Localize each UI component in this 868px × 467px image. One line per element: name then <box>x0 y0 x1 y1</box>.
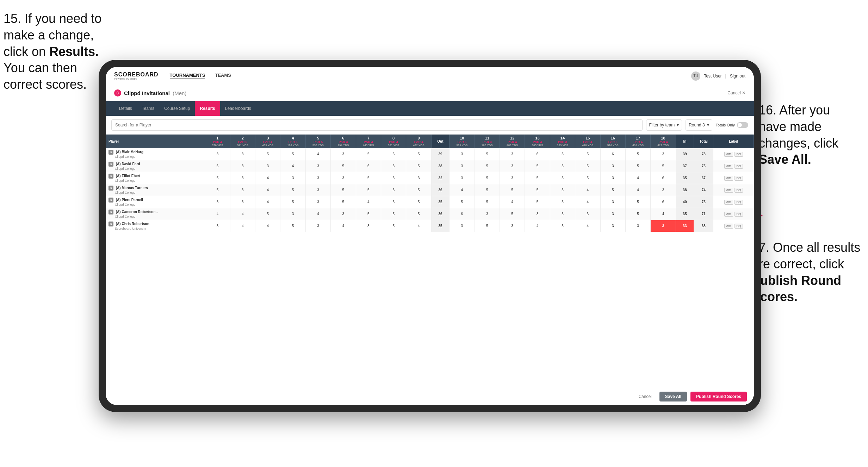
hole-15-score[interactable]: 4 <box>575 220 600 232</box>
hole-3-score[interactable]: 5 <box>255 208 280 220</box>
hole-12-score[interactable]: 4 <box>500 196 525 208</box>
hole-8-score[interactable]: 5 <box>381 208 406 220</box>
hole-14-score[interactable]: 3 <box>550 220 575 232</box>
hole-17-score[interactable]: 4 <box>625 172 650 184</box>
hole-13-score[interactable]: 3 <box>525 208 550 220</box>
dq-button[interactable]: DQ <box>734 188 743 193</box>
hole-15-score[interactable]: 4 <box>575 196 600 208</box>
dq-button[interactable]: DQ <box>734 212 743 217</box>
hole-1-score[interactable]: 5 <box>205 172 230 184</box>
sign-out-link[interactable]: Sign out <box>730 74 745 79</box>
hole-7-score[interactable]: 3 <box>356 220 381 232</box>
hole-10-score[interactable]: 3 <box>450 160 475 172</box>
hole-16-score[interactable]: 3 <box>600 160 625 172</box>
hole-5-score[interactable]: 3 <box>305 220 330 232</box>
scores-table-wrapper[interactable]: Player 1PAR 4370 YDS 2PAR 5511 YDS 3PAR … <box>106 135 754 388</box>
hole-8-score[interactable]: 3 <box>381 160 406 172</box>
hole-3-score[interactable]: 5 <box>255 148 280 160</box>
hole-8-score[interactable]: 3 <box>381 196 406 208</box>
wd-button[interactable]: WD <box>724 176 733 181</box>
hole-18-score[interactable]: 4 <box>651 208 676 220</box>
hole-18-score[interactable]: 3 <box>651 184 676 196</box>
hole-12-score[interactable]: 3 <box>500 172 525 184</box>
hole-3-score[interactable]: 4 <box>255 184 280 196</box>
hole-12-score[interactable]: 5 <box>500 208 525 220</box>
hole-4-score[interactable]: 3 <box>280 172 305 184</box>
tab-results[interactable]: Results <box>195 101 220 116</box>
dq-button[interactable]: DQ <box>734 200 743 205</box>
hole-14-score[interactable]: 3 <box>550 196 575 208</box>
hole-13-score[interactable]: 5 <box>525 184 550 196</box>
toggle-switch[interactable] <box>737 122 748 128</box>
hole-18-score[interactable]: 5 <box>651 160 676 172</box>
hole-6-score[interactable]: 5 <box>331 196 356 208</box>
hole-12-score[interactable]: 3 <box>500 148 525 160</box>
wd-button[interactable]: WD <box>724 188 733 193</box>
hole-16-score[interactable]: 6 <box>600 148 625 160</box>
hole-1-score[interactable]: 6 <box>205 160 230 172</box>
hole-11-score[interactable]: 5 <box>475 148 500 160</box>
filter-team-dropdown[interactable]: Filter by team ▾ <box>646 119 682 131</box>
hole-11-score[interactable]: 5 <box>475 220 500 232</box>
hole-10-score[interactable]: 3 <box>450 172 475 184</box>
hole-9-score[interactable]: 5 <box>406 148 431 160</box>
publish-round-button[interactable]: Publish Round Scores <box>690 392 747 401</box>
hole-14-score[interactable]: 5 <box>550 208 575 220</box>
hole-2-score[interactable]: 3 <box>230 184 255 196</box>
hole-7-score[interactable]: 5 <box>356 184 381 196</box>
tab-leaderboards[interactable]: Leaderboards <box>220 101 256 116</box>
hole-12-score[interactable]: 3 <box>500 160 525 172</box>
hole-8-score[interactable]: 3 <box>381 172 406 184</box>
hole-7-score[interactable]: 5 <box>356 172 381 184</box>
hole-4-score[interactable]: 5 <box>280 148 305 160</box>
hole-13-score[interactable]: 5 <box>525 172 550 184</box>
hole-8-score[interactable]: 5 <box>381 220 406 232</box>
cancel-header-btn[interactable]: Cancel ✕ <box>727 91 745 95</box>
hole-10-score[interactable]: 3 <box>450 148 475 160</box>
hole-17-score[interactable]: 4 <box>625 184 650 196</box>
hole-9-score[interactable]: 3 <box>406 172 431 184</box>
hole-18-score[interactable]: 6 <box>651 172 676 184</box>
hole-4-score[interactable]: 5 <box>280 196 305 208</box>
hole-12-score[interactable]: 5 <box>500 184 525 196</box>
hole-15-score[interactable]: 3 <box>575 208 600 220</box>
dq-button[interactable]: DQ <box>734 224 743 229</box>
save-all-button[interactable]: Save All <box>659 392 687 401</box>
hole-3-score[interactable]: 4 <box>255 196 280 208</box>
hole-5-score[interactable]: 3 <box>305 196 330 208</box>
hole-1-score[interactable]: 4 <box>205 208 230 220</box>
hole-2-score[interactable]: 3 <box>230 148 255 160</box>
hole-3-score[interactable]: 3 <box>255 160 280 172</box>
hole-18-score[interactable]: 6 <box>651 196 676 208</box>
hole-11-score[interactable]: 5 <box>475 184 500 196</box>
hole-9-score[interactable]: 5 <box>406 184 431 196</box>
hole-16-score[interactable]: 5 <box>600 184 625 196</box>
hole-7-score[interactable]: 5 <box>356 208 381 220</box>
hole-2-score[interactable]: 3 <box>230 160 255 172</box>
hole-11-score[interactable]: 3 <box>475 208 500 220</box>
hole-10-score[interactable]: 6 <box>450 208 475 220</box>
wd-button[interactable]: WD <box>724 224 733 229</box>
hole-4-score[interactable]: 4 <box>280 160 305 172</box>
hole-9-score[interactable]: 5 <box>406 160 431 172</box>
hole-4-score[interactable]: 5 <box>280 184 305 196</box>
hole-9-score[interactable]: 5 <box>406 208 431 220</box>
wd-button[interactable]: WD <box>724 152 733 157</box>
hole-8-score[interactable]: 6 <box>381 148 406 160</box>
hole-18-score[interactable]: 3 <box>651 148 676 160</box>
hole-6-score[interactable]: 3 <box>331 208 356 220</box>
hole-2-score[interactable]: 3 <box>230 172 255 184</box>
hole-15-score[interactable]: 5 <box>575 172 600 184</box>
hole-1-score[interactable]: 3 <box>205 220 230 232</box>
hole-10-score[interactable]: 4 <box>450 184 475 196</box>
hole-12-score[interactable]: 3 <box>500 220 525 232</box>
tab-details[interactable]: Details <box>114 101 137 116</box>
hole-6-score[interactable]: 4 <box>331 220 356 232</box>
hole-8-score[interactable]: 3 <box>381 184 406 196</box>
hole-17-score[interactable]: 5 <box>625 160 650 172</box>
hole-7-score[interactable]: 4 <box>356 196 381 208</box>
hole-2-score[interactable]: 4 <box>230 220 255 232</box>
hole-11-score[interactable]: 5 <box>475 160 500 172</box>
hole-11-score[interactable]: 5 <box>475 172 500 184</box>
hole-14-score[interactable]: 3 <box>550 172 575 184</box>
